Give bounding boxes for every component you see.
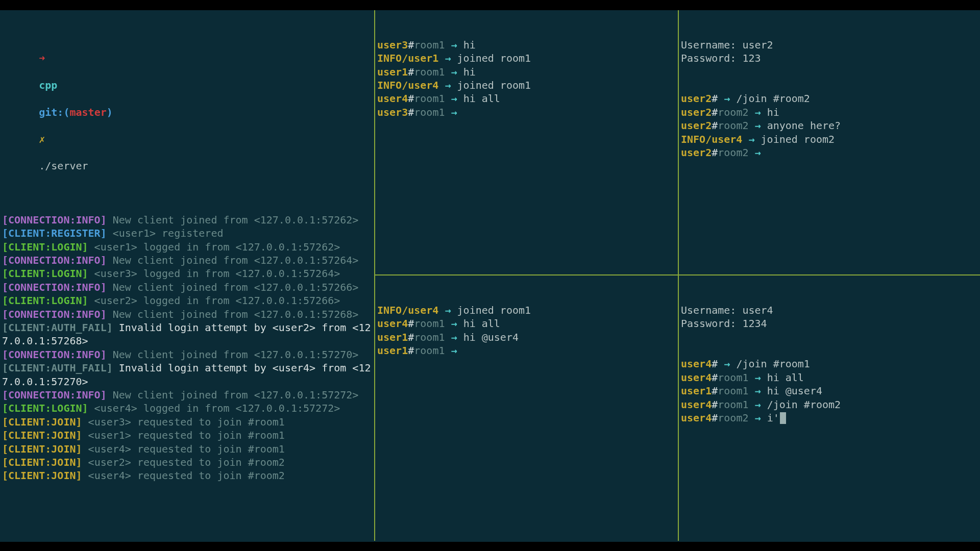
- chat-hash: #: [408, 344, 414, 357]
- chat-user: user4: [681, 371, 712, 384]
- chat-message: joined room2: [761, 133, 835, 145]
- login-line: Password: 123: [681, 52, 978, 65]
- server-log-line: [CLIENT:JOIN] <user4> requested to join …: [2, 469, 372, 482]
- login-label: Username:: [681, 39, 742, 51]
- log-tag: [CLIENT:LOGIN]: [2, 294, 88, 307]
- login-value: 123: [742, 52, 761, 64]
- login-line: Username: user2: [681, 38, 978, 52]
- arrow-icon: →: [724, 358, 730, 370]
- chat-line: user2#room2 →: [681, 146, 978, 159]
- chat-line: INFO/user4 → joined room2: [681, 133, 978, 146]
- server-log-line: [CONNECTION:INFO] New client joined from…: [2, 213, 372, 227]
- log-tag: [CLIENT:AUTH_FAIL]: [2, 321, 113, 334]
- log-text: New client joined from <127.0.0.1:57262>: [107, 214, 359, 226]
- pane-client-user2[interactable]: Username: user2Password: 123 user2# → /j…: [679, 10, 980, 276]
- log-tag: [CONNECTION:INFO]: [2, 254, 107, 266]
- chat-line: INFO/user4 → joined room1: [377, 304, 676, 317]
- chat-hash: #: [712, 119, 718, 132]
- server-log-line: [CONNECTION:INFO] New client joined from…: [2, 348, 372, 361]
- chat-line: user3#room1 → hi: [377, 38, 676, 52]
- chat-message: hi all: [767, 371, 804, 384]
- chat-line: user4#room1 → hi all: [377, 317, 676, 330]
- server-log-line: [CLIENT:LOGIN] <user2> logged in from <1…: [2, 294, 372, 307]
- log-tag: [CLIENT:JOIN]: [2, 443, 82, 455]
- chat-user: user2: [681, 146, 712, 159]
- arrow-icon: →: [755, 412, 761, 424]
- chat-line: user1#room1 → hi @user4: [377, 331, 676, 344]
- log-text: <user4> requested to join #room1: [82, 443, 285, 455]
- server-log-line: [CLIENT:JOIN] <user2> requested to join …: [2, 456, 372, 469]
- login-value: user4: [742, 304, 773, 316]
- chat-line: INFO/user4 → joined room1: [377, 79, 676, 92]
- log-tag: [CLIENT:LOGIN]: [2, 241, 88, 253]
- log-tag: [CLIENT:JOIN]: [2, 429, 82, 441]
- log-text: New client joined from <127.0.0.1:57266>: [107, 281, 359, 293]
- chat-room: room1: [414, 39, 445, 51]
- chat-user: user4: [377, 92, 408, 105]
- log-text: <user3> requested to join #room1: [82, 416, 285, 428]
- chat-user: user1: [681, 385, 712, 397]
- chat-line: user1#room1 → hi: [377, 65, 676, 79]
- pane-server[interactable]: ➜ cpp git:(master) ✗ ./server [CONNECTIO…: [0, 10, 375, 541]
- server-log-line: [CONNECTION:INFO] New client joined from…: [2, 281, 372, 294]
- chat-line: user2# → /join #room2: [681, 92, 978, 105]
- log-text: <user4> requested to join #room2: [82, 469, 285, 482]
- chat-hash: #: [408, 317, 414, 330]
- chat-info-prefix: INFO/user4: [681, 133, 742, 145]
- log-tag: [CLIENT:JOIN]: [2, 416, 82, 428]
- log-text: <user2> logged in from <127.0.0.1:57266>: [88, 294, 340, 307]
- pane-client-user1[interactable]: INFO/user4 → joined room1user4#room1 → h…: [375, 276, 679, 541]
- prompt-arrow-icon: ➜: [39, 52, 45, 64]
- chat-hash: #: [408, 331, 414, 343]
- server-log-line: [CLIENT:LOGIN] <user3> logged in from <1…: [2, 267, 372, 280]
- chat-message: joined room1: [457, 79, 531, 91]
- server-log-line: [CONNECTION:INFO] New client joined from…: [2, 388, 372, 402]
- log-tag: [CONNECTION:INFO]: [2, 281, 107, 293]
- chat-message: hi: [463, 66, 476, 78]
- log-text: <user1> logged in from <127.0.0.1:57262>: [88, 241, 340, 253]
- log-tag: [CLIENT:REGISTER]: [2, 227, 107, 239]
- chat-room: room1: [414, 317, 445, 330]
- chat-hash: #: [712, 371, 718, 384]
- chat-room: room1: [414, 344, 445, 357]
- chat-line: user4#room2 → i': [681, 411, 978, 424]
- chat-hash: #: [712, 106, 718, 118]
- arrow-icon: →: [451, 66, 457, 78]
- chat-message: joined room1: [457, 52, 531, 64]
- shell-prompt-line: ➜ cpp git:(master) ✗ ./server: [2, 38, 372, 186]
- chat-user: user3: [377, 106, 408, 118]
- log-tag: [CONNECTION:INFO]: [2, 308, 107, 320]
- log-text: <user1> registered: [107, 227, 224, 239]
- server-log-line: [CLIENT:REGISTER] <user1> registered: [2, 227, 372, 240]
- prompt-branch: master: [69, 106, 106, 118]
- log-text: New client joined from <127.0.0.1:57268>: [107, 308, 359, 320]
- log-tag: [CLIENT:JOIN]: [2, 456, 82, 468]
- chat-line: user2#room2 → anyone here?: [681, 119, 978, 132]
- chat-room: room2: [718, 412, 748, 424]
- chat-hash: #: [408, 106, 414, 118]
- server-log-line: [CONNECTION:INFO] New client joined from…: [2, 308, 372, 321]
- chat-room: room2: [718, 106, 748, 118]
- chat-user: user4: [681, 398, 712, 411]
- pane-client-user3[interactable]: user3#room1 → hiINFO/user1 → joined room…: [375, 10, 679, 276]
- chat-line: INFO/user1 → joined room1: [377, 52, 676, 65]
- chat-user: user4: [377, 317, 408, 330]
- chat-hash: #: [408, 39, 414, 51]
- login-value: user2: [742, 39, 773, 51]
- chat-hash: #: [712, 146, 718, 159]
- chat-room: room1: [718, 398, 748, 411]
- server-log-line: [CLIENT:LOGIN] <user1> logged in from <1…: [2, 240, 372, 254]
- prompt-git-open: git:(: [39, 106, 69, 118]
- chat-hash: #: [712, 398, 718, 411]
- pane-client-user4[interactable]: Username: user4Password: 1234 user4# → /…: [679, 276, 980, 541]
- log-text: <user4> logged in from <127.0.0.1:57272>: [88, 402, 340, 414]
- arrow-icon: →: [755, 398, 761, 411]
- chat-message: /join #room1: [736, 358, 810, 370]
- chat-hash: #: [408, 92, 414, 105]
- tmux-screen: ➜ cpp git:(master) ✗ ./server [CONNECTIO…: [0, 10, 980, 542]
- prompt-command: ./server: [39, 160, 88, 172]
- log-text: <user1> requested to join #room1: [82, 429, 285, 441]
- chat-hash: #: [712, 385, 718, 397]
- arrow-icon: →: [451, 39, 457, 51]
- arrow-icon: →: [755, 146, 761, 159]
